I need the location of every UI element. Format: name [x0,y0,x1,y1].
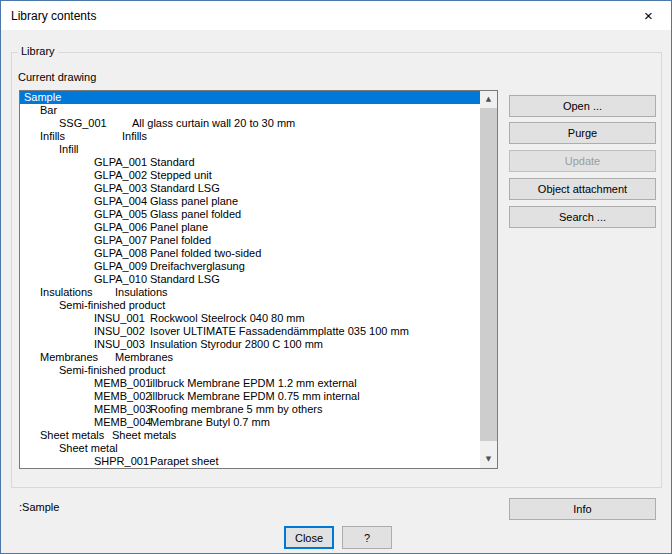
vertical-scrollbar[interactable]: ▲ ▼ [480,91,497,468]
item-name: Bar [40,104,57,117]
item-name: Semi-finished product [59,364,165,377]
list-item[interactable]: INSU_003Insulation Styrodur 2800 C 100 m… [20,338,480,351]
library-tree-list[interactable]: SampleBarSSG_001All glass curtain wall 2… [19,90,498,469]
item-description: Membranes [115,351,173,364]
item-name: GLPA_007 [94,234,147,247]
item-name: Semi-finished product [59,299,165,312]
item-name: Infills [40,130,65,143]
list-item[interactable]: MEMB_002illbruck Membrane EPDM 0.75 mm i… [20,390,480,403]
list-item[interactable]: GLPA_004Glass panel plane [20,195,480,208]
item-description: Standard [150,156,195,169]
scroll-up-button[interactable]: ▲ [480,91,497,108]
item-name: GLPA_009 [94,260,147,273]
status-label: :Sample [19,501,59,513]
purge-button[interactable]: Purge [509,122,656,144]
item-description: Standard LSG [150,182,220,195]
list-item[interactable]: MEMB_004Membrane Butyl 0.7 mm [20,416,480,429]
list-item[interactable]: GLPA_006Panel plane [20,221,480,234]
item-name: Insulations [40,286,93,299]
item-name: INSU_001 [94,312,145,325]
list-item[interactable]: MEMB_001illbruck Membrane EPDM 1.2 mm ex… [20,377,480,390]
scroll-down-icon: ▼ [486,455,491,463]
help-button[interactable]: ? [342,526,392,549]
item-description: Dreifachverglasung [150,260,245,273]
title-bar[interactable]: Library contents × [1,1,671,30]
scroll-down-button[interactable]: ▼ [480,451,497,468]
item-description: Infills [122,130,147,143]
list-item[interactable]: Sheet metal [20,442,480,455]
list-item[interactable]: GLPA_007Panel folded [20,234,480,247]
item-description: Panel folded two-sided [150,247,261,260]
list-item[interactable]: Infill [20,143,480,156]
item-name: Sheet metals [40,429,104,442]
close-icon: × [644,7,653,24]
item-name: GLPA_001 [94,156,147,169]
list-item[interactable]: GLPA_009Dreifachverglasung [20,260,480,273]
item-description: Sheet metals [112,429,176,442]
update-button[interactable]: Update [509,150,656,172]
item-name: GLPA_005 [94,208,147,221]
item-description: illbruck Membrane EPDM 0.75 mm internal [150,390,360,403]
item-name: INSU_003 [94,338,145,351]
item-name: GLPA_004 [94,195,147,208]
list-item[interactable]: INSU_001Rockwool Steelrock 040 80 mm [20,312,480,325]
item-name: SSG_001 [59,117,107,130]
list-item[interactable]: Semi-finished product [20,364,480,377]
library-group-label: Library [18,45,58,57]
item-name: GLPA_006 [94,221,147,234]
list-item[interactable]: GLPA_010Standard LSG [20,273,480,286]
item-name: Membranes [40,351,98,364]
item-description: Glass panel plane [150,195,238,208]
item-name: MEMB_004 [94,416,151,429]
item-description: Glass panel folded [150,208,241,221]
list-item[interactable]: SHPR_001Parapet sheet [20,455,480,468]
open-button[interactable]: Open ... [509,95,656,117]
window-close-button[interactable]: × [626,1,671,30]
item-name: Infill [59,143,79,156]
item-name: SHPR_001 [94,455,149,468]
item-description: Membrane Butyl 0.7 mm [150,416,270,429]
item-description: Stepped unit [150,169,212,182]
item-name: GLPA_002 [94,169,147,182]
item-name: MEMB_001 [94,377,151,390]
item-description: All glass curtain wall 20 to 30 mm [132,117,295,130]
list-item[interactable]: GLPA_002Stepped unit [20,169,480,182]
item-description: Isover ULTIMATE Fassadendämmplatte 035 1… [150,325,409,338]
window-title: Library contents [11,9,96,23]
search-button[interactable]: Search ... [509,206,656,228]
list-item[interactable]: Semi-finished product [20,299,480,312]
scroll-up-icon: ▲ [486,95,491,103]
item-name: GLPA_010 [94,273,147,286]
list-item[interactable]: INSU_002Isover ULTIMATE Fassadendämmplat… [20,325,480,338]
item-description: Standard LSG [150,273,220,286]
list-item[interactable]: MembranesMembranes [20,351,480,364]
scrollbar-thumb[interactable] [480,108,497,441]
list-item[interactable]: SSG_001All glass curtain wall 20 to 30 m… [20,117,480,130]
item-description: Panel folded [150,234,211,247]
item-name: MEMB_002 [94,390,151,403]
item-name: GLPA_008 [94,247,147,260]
list-rows: SampleBarSSG_001All glass curtain wall 2… [20,91,480,468]
list-item[interactable]: GLPA_005Glass panel folded [20,208,480,221]
close-button[interactable]: Close [284,526,334,549]
item-description: Rockwool Steelrock 040 80 mm [150,312,305,325]
list-item[interactable]: GLPA_008Panel folded two-sided [20,247,480,260]
list-item[interactable]: InsulationsInsulations [20,286,480,299]
list-item[interactable]: InfillsInfills [20,130,480,143]
item-name: Sample [24,91,61,104]
list-item[interactable]: GLPA_003Standard LSG [20,182,480,195]
info-button[interactable]: Info [509,498,656,520]
item-description: Panel plane [150,221,208,234]
list-item[interactable]: Sheet metalsSheet metals [20,429,480,442]
item-name: GLPA_003 [94,182,147,195]
item-name: Sheet metal [59,442,118,455]
list-item[interactable]: Bar [20,104,480,117]
item-description: Insulation Styrodur 2800 C 100 mm [150,338,323,351]
library-contents-dialog: Library contents × Library Current drawi… [0,0,672,554]
list-item[interactable]: MEMB_003Roofing membrane 5 mm by others [20,403,480,416]
object-attachment-button[interactable]: Object attachment [509,178,656,200]
item-description: Parapet sheet [150,455,219,468]
list-item[interactable]: Sample [20,91,480,104]
list-item[interactable]: GLPA_001Standard [20,156,480,169]
current-drawing-label: Current drawing [18,71,96,83]
